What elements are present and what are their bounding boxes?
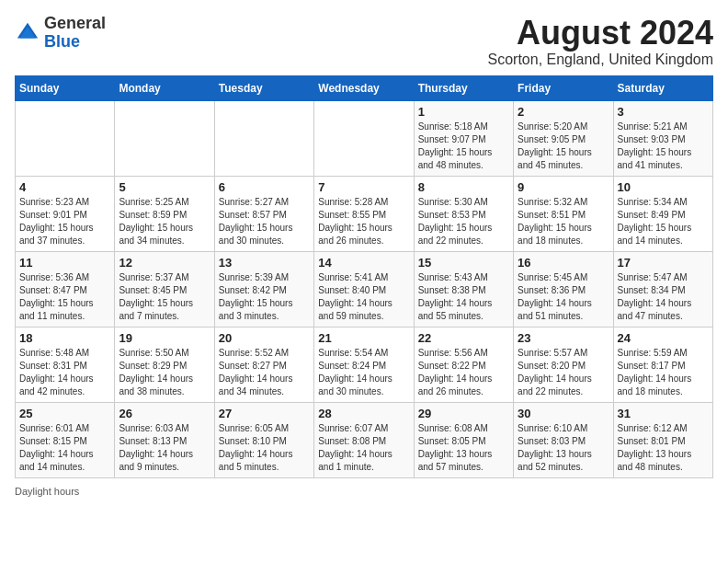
day-info: Sunrise: 5:45 AM Sunset: 8:36 PM Dayligh… <box>518 271 609 323</box>
calendar-header-row: SundayMondayTuesdayWednesdayThursdayFrid… <box>16 75 713 100</box>
calendar-header-wednesday: Wednesday <box>314 75 414 100</box>
day-number: 22 <box>418 331 509 345</box>
calendar-header-thursday: Thursday <box>414 75 513 100</box>
day-number: 15 <box>418 256 509 270</box>
day-info: Sunrise: 5:39 AM Sunset: 8:42 PM Dayligh… <box>219 271 310 323</box>
calendar-cell: 31Sunrise: 6:12 AM Sunset: 8:01 PM Dayli… <box>613 402 712 477</box>
day-number: 27 <box>219 407 310 420</box>
logo: General Blue <box>15 15 106 52</box>
day-info: Sunrise: 5:21 AM Sunset: 9:03 PM Dayligh… <box>618 121 709 172</box>
day-number: 3 <box>618 105 709 119</box>
header-area: General Blue August 2024 Scorton, Englan… <box>15 15 713 68</box>
day-number: 5 <box>119 180 210 194</box>
generalblue-logo-icon <box>15 20 40 46</box>
day-info: Sunrise: 6:03 AM Sunset: 8:13 PM Dayligh… <box>119 422 210 474</box>
calendar-cell: 27Sunrise: 6:05 AM Sunset: 8:10 PM Dayli… <box>214 402 313 477</box>
day-info: Sunrise: 6:07 AM Sunset: 8:08 PM Dayligh… <box>318 422 409 474</box>
calendar-cell: 5Sunrise: 5:25 AM Sunset: 8:59 PM Daylig… <box>115 176 214 251</box>
calendar-cell: 25Sunrise: 6:01 AM Sunset: 8:15 PM Dayli… <box>16 402 115 477</box>
day-number: 24 <box>618 331 709 345</box>
calendar-cell: 26Sunrise: 6:03 AM Sunset: 8:13 PM Dayli… <box>115 402 214 477</box>
day-number: 11 <box>19 256 110 270</box>
page-subtitle: Scorton, England, United Kingdom <box>488 52 713 68</box>
calendar-cell: 11Sunrise: 5:36 AM Sunset: 8:47 PM Dayli… <box>16 251 115 327</box>
calendar-header-friday: Friday <box>514 75 613 100</box>
day-number: 2 <box>518 105 609 119</box>
calendar-header: SundayMondayTuesdayWednesdayThursdayFrid… <box>16 75 713 100</box>
calendar-week-4: 18Sunrise: 5:48 AM Sunset: 8:31 PM Dayli… <box>16 327 713 402</box>
day-info: Sunrise: 5:30 AM Sunset: 8:53 PM Dayligh… <box>418 196 509 247</box>
footer: Daylight hours <box>15 486 713 497</box>
calendar-cell: 13Sunrise: 5:39 AM Sunset: 8:42 PM Dayli… <box>214 251 313 327</box>
day-info: Sunrise: 6:05 AM Sunset: 8:10 PM Dayligh… <box>219 422 310 474</box>
day-info: Sunrise: 5:37 AM Sunset: 8:45 PM Dayligh… <box>119 271 210 323</box>
day-number: 23 <box>518 331 609 345</box>
day-number: 18 <box>19 331 110 345</box>
calendar-cell: 23Sunrise: 5:57 AM Sunset: 8:20 PM Dayli… <box>514 327 613 402</box>
logo-blue: Blue <box>44 32 80 51</box>
calendar-cell: 20Sunrise: 5:52 AM Sunset: 8:27 PM Dayli… <box>214 327 313 402</box>
calendar-cell: 19Sunrise: 5:50 AM Sunset: 8:29 PM Dayli… <box>115 327 214 402</box>
day-number: 31 <box>618 407 709 420</box>
logo-text: General Blue <box>44 15 106 52</box>
day-number: 20 <box>219 331 310 345</box>
calendar-week-1: 1Sunrise: 5:18 AM Sunset: 9:07 PM Daylig… <box>16 100 713 176</box>
calendar-cell: 6Sunrise: 5:27 AM Sunset: 8:57 PM Daylig… <box>214 176 313 251</box>
day-info: Sunrise: 5:43 AM Sunset: 8:38 PM Dayligh… <box>418 271 509 323</box>
day-number: 12 <box>119 256 210 270</box>
calendar-header-saturday: Saturday <box>613 75 712 100</box>
day-number: 29 <box>418 407 509 420</box>
calendar-cell: 18Sunrise: 5:48 AM Sunset: 8:31 PM Dayli… <box>16 327 115 402</box>
page-title: August 2024 <box>488 15 713 52</box>
day-number: 8 <box>418 180 509 194</box>
day-info: Sunrise: 5:28 AM Sunset: 8:55 PM Dayligh… <box>318 196 409 247</box>
day-number: 17 <box>618 256 709 270</box>
calendar-cell: 30Sunrise: 6:10 AM Sunset: 8:03 PM Dayli… <box>514 402 613 477</box>
logo-general: General <box>44 14 106 32</box>
day-info: Sunrise: 5:57 AM Sunset: 8:20 PM Dayligh… <box>518 347 609 398</box>
day-info: Sunrise: 5:50 AM Sunset: 8:29 PM Dayligh… <box>119 347 210 398</box>
calendar-cell: 16Sunrise: 5:45 AM Sunset: 8:36 PM Dayli… <box>514 251 613 327</box>
calendar-cell <box>314 100 414 176</box>
day-info: Sunrise: 6:01 AM Sunset: 8:15 PM Dayligh… <box>19 422 110 474</box>
day-number: 7 <box>318 180 409 194</box>
day-info: Sunrise: 5:48 AM Sunset: 8:31 PM Dayligh… <box>19 347 110 398</box>
day-info: Sunrise: 5:25 AM Sunset: 8:59 PM Dayligh… <box>119 196 210 247</box>
day-info: Sunrise: 5:59 AM Sunset: 8:17 PM Dayligh… <box>618 347 709 398</box>
calendar-cell: 29Sunrise: 6:08 AM Sunset: 8:05 PM Dayli… <box>414 402 513 477</box>
calendar-cell: 7Sunrise: 5:28 AM Sunset: 8:55 PM Daylig… <box>314 176 414 251</box>
day-info: Sunrise: 5:56 AM Sunset: 8:22 PM Dayligh… <box>418 347 509 398</box>
calendar-header-tuesday: Tuesday <box>214 75 313 100</box>
day-number: 13 <box>219 256 310 270</box>
calendar-cell: 21Sunrise: 5:54 AM Sunset: 8:24 PM Dayli… <box>314 327 414 402</box>
day-info: Sunrise: 5:32 AM Sunset: 8:51 PM Dayligh… <box>518 196 609 247</box>
calendar-cell: 2Sunrise: 5:20 AM Sunset: 9:05 PM Daylig… <box>514 100 613 176</box>
calendar-body: 1Sunrise: 5:18 AM Sunset: 9:07 PM Daylig… <box>16 100 713 477</box>
day-info: Sunrise: 5:18 AM Sunset: 9:07 PM Dayligh… <box>418 121 509 172</box>
day-info: Sunrise: 5:20 AM Sunset: 9:05 PM Dayligh… <box>518 121 609 172</box>
calendar-cell: 3Sunrise: 5:21 AM Sunset: 9:03 PM Daylig… <box>613 100 712 176</box>
day-info: Sunrise: 5:54 AM Sunset: 8:24 PM Dayligh… <box>318 347 409 398</box>
day-number: 25 <box>19 407 110 420</box>
day-number: 6 <box>219 180 310 194</box>
calendar-cell: 9Sunrise: 5:32 AM Sunset: 8:51 PM Daylig… <box>514 176 613 251</box>
calendar-cell: 17Sunrise: 5:47 AM Sunset: 8:34 PM Dayli… <box>613 251 712 327</box>
day-info: Sunrise: 5:34 AM Sunset: 8:49 PM Dayligh… <box>618 196 709 247</box>
day-number: 28 <box>318 407 409 420</box>
calendar-cell <box>16 100 115 176</box>
day-number: 1 <box>418 105 509 119</box>
calendar-header-monday: Monday <box>115 75 214 100</box>
day-info: Sunrise: 5:52 AM Sunset: 8:27 PM Dayligh… <box>219 347 310 398</box>
day-number: 26 <box>119 407 210 420</box>
day-number: 14 <box>318 256 409 270</box>
day-info: Sunrise: 5:23 AM Sunset: 9:01 PM Dayligh… <box>19 196 110 247</box>
day-number: 21 <box>318 331 409 345</box>
calendar-cell: 22Sunrise: 5:56 AM Sunset: 8:22 PM Dayli… <box>414 327 513 402</box>
title-area: August 2024 Scorton, England, United Kin… <box>488 15 713 68</box>
calendar-table: SundayMondayTuesdayWednesdayThursdayFrid… <box>15 75 713 478</box>
calendar-week-5: 25Sunrise: 6:01 AM Sunset: 8:15 PM Dayli… <box>16 402 713 477</box>
day-number: 4 <box>19 180 110 194</box>
calendar-cell: 15Sunrise: 5:43 AM Sunset: 8:38 PM Dayli… <box>414 251 513 327</box>
day-number: 16 <box>518 256 609 270</box>
calendar-cell <box>214 100 313 176</box>
